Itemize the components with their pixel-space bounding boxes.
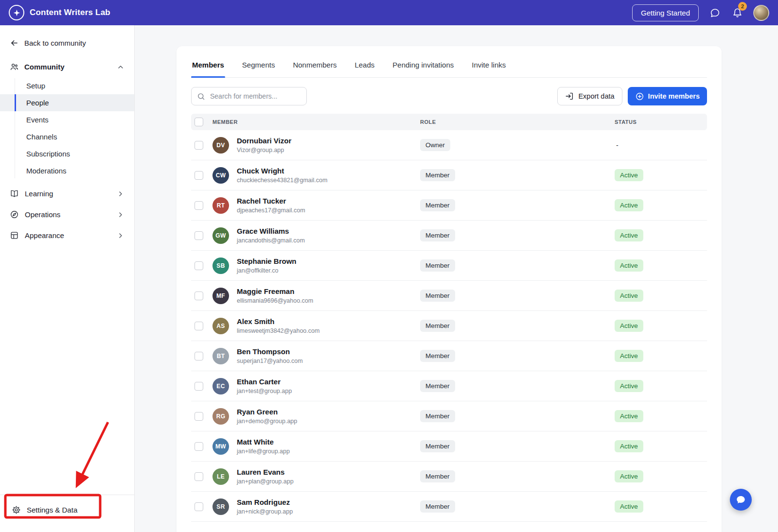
header-role: ROLE: [420, 119, 615, 125]
row-checkbox[interactable]: [194, 442, 203, 451]
table-row[interactable]: SB Stephanie Brown jan@offkilter.co Memb…: [191, 251, 707, 281]
sidebar-item-channels[interactable]: Channels: [0, 128, 134, 145]
role-badge: Member: [420, 470, 455, 482]
role-badge: Member: [420, 500, 455, 513]
sidebar-item-moderations[interactable]: Moderations: [0, 162, 134, 179]
row-checkbox[interactable]: [194, 322, 203, 330]
back-to-community-link[interactable]: Back to community: [0, 25, 134, 57]
select-all-checkbox[interactable]: [194, 118, 203, 126]
member-email: ellismania9696@yahoo.com: [237, 297, 313, 304]
member-avatar: DV: [212, 137, 229, 154]
role-badge: Member: [420, 290, 455, 302]
tab-pending-invitations[interactable]: Pending invitations: [391, 56, 455, 77]
member-email: jan+test@group.app: [237, 388, 292, 395]
member-avatar: RT: [212, 197, 229, 214]
sidebar-item-learning[interactable]: Learning: [0, 183, 134, 204]
gear-icon: [12, 505, 21, 515]
chat-launcher-button[interactable]: [730, 489, 752, 511]
member-email: chuckiechesse43821@gmail.com: [237, 177, 327, 184]
member-name: Chuck Wright: [237, 167, 327, 176]
row-checkbox[interactable]: [194, 292, 203, 300]
status-badge: Active: [615, 259, 643, 272]
status-badge: Active: [615, 229, 643, 241]
toolbar: Export data Invite members: [191, 87, 707, 105]
member-avatar: CW: [212, 167, 229, 184]
sidebar-item-events[interactable]: Events: [0, 111, 134, 128]
tab-members[interactable]: Members: [191, 56, 225, 77]
member-name: Matt White: [237, 438, 290, 447]
plus-circle-icon: [635, 92, 644, 101]
export-icon: [565, 92, 574, 101]
status-badge: Active: [615, 320, 643, 332]
sidebar-item-settings-data[interactable]: Settings & Data: [0, 501, 134, 519]
section-label: Appearance: [25, 231, 64, 240]
row-checkbox[interactable]: [194, 412, 203, 421]
table-row[interactable]: CW Chuck Wright chuckiechesse43821@gmail…: [191, 160, 707, 190]
table-row[interactable]: AS Alex Smith limesweetjm3842@yahoo.com …: [191, 311, 707, 341]
member-email: Vizor@group.app: [237, 147, 291, 154]
row-checkbox[interactable]: [194, 472, 203, 481]
row-checkbox[interactable]: [194, 502, 203, 511]
row-checkbox[interactable]: [194, 171, 203, 180]
row-checkbox[interactable]: [194, 352, 203, 360]
chevron-right-icon: [117, 211, 124, 219]
table-row[interactable]: MF Maggie Freeman ellismania9696@yahoo.c…: [191, 281, 707, 311]
member-email: superjan17@yahoo.com: [237, 358, 303, 364]
sidebar-item-appearance[interactable]: Appearance: [0, 225, 134, 246]
sidebar-item-community[interactable]: Community: [0, 57, 134, 76]
invite-members-button[interactable]: Invite members: [628, 87, 707, 105]
tab-invite-links[interactable]: Invite links: [471, 56, 507, 77]
community-label: Community: [24, 63, 65, 71]
sidebar: Back to community Community SetupPeopleE…: [0, 25, 135, 532]
table-row[interactable]: EC Ethan Carter jan+test@group.app Membe…: [191, 371, 707, 401]
chevron-right-icon: [117, 190, 124, 198]
settings-label: Settings & Data: [27, 506, 77, 514]
export-data-button[interactable]: Export data: [557, 87, 622, 105]
members-panel: MembersSegmentsNonmembersLeadsPending in…: [177, 46, 722, 532]
member-search[interactable]: [191, 87, 307, 105]
member-name: Ethan Carter: [237, 378, 292, 387]
notifications-bell-icon[interactable]: 2: [731, 6, 743, 19]
role-badge: Member: [420, 410, 455, 422]
role-badge: Member: [420, 320, 455, 332]
member-avatar: EC: [212, 378, 229, 395]
tab-leads[interactable]: Leads: [354, 56, 375, 77]
members-table: MEMBER ROLE STATUS DV Dornubari Vizor Vi…: [191, 114, 707, 522]
table-row[interactable]: DV Dornubari Vizor Vizor@group.app Owner…: [191, 130, 707, 160]
status-badge: Active: [615, 169, 643, 181]
row-checkbox[interactable]: [194, 201, 203, 210]
invite-label: Invite members: [648, 92, 700, 100]
user-avatar[interactable]: [753, 5, 769, 21]
brand-title: Content Writers Lab: [30, 8, 110, 17]
messages-icon[interactable]: [708, 6, 721, 19]
sidebar-item-setup[interactable]: Setup: [0, 77, 134, 94]
compass-icon: [10, 210, 19, 219]
row-checkbox[interactable]: [194, 231, 203, 240]
book-icon: [10, 189, 19, 198]
table-row[interactable]: GW Grace Williams jancandothis@gmail.com…: [191, 221, 707, 251]
tab-nonmembers[interactable]: Nonmembers: [292, 56, 337, 77]
table-row[interactable]: BT Ben Thompson superjan17@yahoo.com Mem…: [191, 341, 707, 371]
table-row[interactable]: SR Sam Rodriguez jan+nick@group.app Memb…: [191, 492, 707, 522]
table-row[interactable]: MW Matt White jan+life@group.app Member …: [191, 431, 707, 462]
sidebar-item-operations[interactable]: Operations: [0, 204, 134, 225]
tab-segments[interactable]: Segments: [241, 56, 276, 77]
getting-started-button[interactable]: Getting Started: [632, 4, 699, 21]
role-badge: Member: [420, 259, 455, 272]
row-checkbox[interactable]: [194, 141, 203, 150]
table-row[interactable]: LE Lauren Evans jan+plan@group.app Membe…: [191, 462, 707, 492]
row-checkbox[interactable]: [194, 261, 203, 270]
table-row[interactable]: RT Rachel Tucker djpeaches17@gmail.com M…: [191, 190, 707, 221]
sidebar-item-subscriptions[interactable]: Subscriptions: [0, 145, 134, 162]
row-checkbox[interactable]: [194, 382, 203, 391]
notification-badge: 2: [738, 2, 747, 11]
member-name: Grace Williams: [237, 227, 305, 236]
status-badge: Active: [615, 290, 643, 302]
member-name: Lauren Evans: [237, 468, 294, 477]
table-row[interactable]: RG Ryan Green jan+demo@group.app Member …: [191, 401, 707, 431]
sidebar-item-people[interactable]: People: [0, 94, 134, 111]
role-badge: Member: [420, 229, 455, 241]
search-input[interactable]: [209, 92, 301, 101]
chevron-up-icon: [117, 63, 124, 71]
member-name: Ben Thompson: [237, 347, 303, 357]
